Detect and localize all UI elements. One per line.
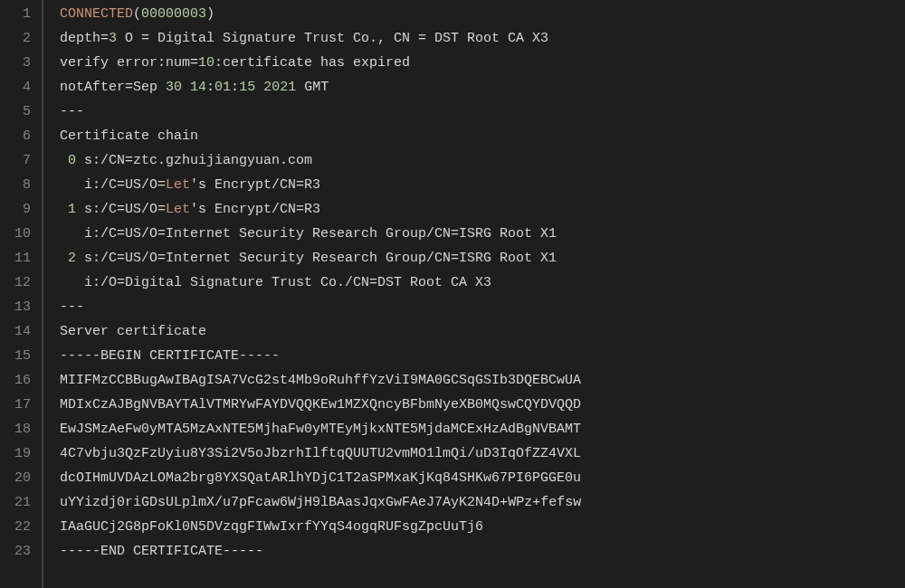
token: :certificate has expired	[214, 55, 410, 71]
line-number-gutter: 1234567891011121314151617181920212223	[0, 0, 42, 588]
token	[60, 251, 68, 266]
token	[255, 80, 263, 95]
token: notAfter=Sep	[60, 80, 166, 95]
token	[182, 80, 190, 95]
token: i:/O=Digital Signature Trust Co./CN=DST …	[60, 275, 491, 290]
token: 's Encrypt/CN=R3	[190, 177, 320, 193]
token: -----END CERTIFICATE-----	[60, 544, 263, 559]
code-line[interactable]: CONNECTED(00000003)	[60, 2, 581, 26]
token: MDIxCzAJBgNVBAYTAlVTMRYwFAYDVQQKEw1MZXQn…	[60, 397, 581, 413]
line-number: 13	[0, 295, 31, 319]
token: fefsw	[540, 495, 581, 510]
code-editor: 1234567891011121314151617181920212223 CO…	[0, 0, 905, 588]
token: /	[467, 446, 475, 461]
token: +	[500, 495, 508, 510]
token: 00000003	[141, 6, 206, 22]
code-line[interactable]: 0 s:/CN=ztc.gzhuijiangyuan.com	[60, 148, 581, 173]
token: +	[532, 495, 540, 510]
token	[60, 202, 68, 217]
code-line[interactable]: Server certificate	[60, 319, 581, 344]
code-line[interactable]: verify error:num=10:certificate has expi…	[60, 51, 581, 75]
gutter-divider	[42, 0, 43, 588]
token: Let	[166, 177, 190, 193]
line-number: 4	[0, 75, 31, 100]
token: GMT	[296, 80, 329, 95]
token: 30	[166, 80, 182, 95]
token: uYYizdj0riGDsULplmX	[60, 495, 214, 510]
token: 2021	[263, 80, 296, 95]
code-line[interactable]: 1 s:/C=US/O=Let's Encrypt/CN=R3	[60, 197, 581, 222]
line-number: 19	[0, 441, 31, 466]
line-number: 2	[0, 26, 31, 51]
token: i:/C=US/O=Internet Security Research Gro…	[60, 226, 557, 242]
code-line[interactable]: 4C7vbju3QzFzUyiu8Y3Si2V5oJbzrhIlftqQUUTU…	[60, 441, 581, 466]
code-line[interactable]: depth=3 O = Digital Signature Trust Co.,…	[60, 26, 581, 51]
line-number: 7	[0, 148, 31, 173]
line-number: 8	[0, 173, 31, 197]
code-line[interactable]: IAaGUCj2G8pFoKl0N5DVzqgFIWwIxrfYYqS4ogqR…	[60, 515, 581, 539]
token: O = Digital Signature Trust Co., CN = DS…	[117, 31, 548, 46]
code-line[interactable]: MIIFMzCCBBugAwIBAgISA7VcG2st4Mb9oRuhffYz…	[60, 368, 581, 393]
line-number: 3	[0, 51, 31, 75]
line-number: 14	[0, 319, 31, 344]
code-line[interactable]: dcOIHmUVDAzLOMa2brg8YXSQatARlhYDjC1T2aSP…	[60, 466, 581, 490]
code-line[interactable]: i:/C=US/O=Internet Security Research Gro…	[60, 222, 581, 246]
line-number: 5	[0, 100, 31, 124]
token: Certificate chain	[60, 128, 198, 144]
code-line[interactable]: notAfter=Sep 30 14:01:15 2021 GMT	[60, 75, 581, 100]
code-line[interactable]: EwJSMzAeFw0yMTA5MzAxNTE5MjhaFw0yMTEyMjkx…	[60, 417, 581, 441]
code-line[interactable]: -----BEGIN CERTIFICATE-----	[60, 344, 581, 368]
token: Let	[166, 202, 190, 217]
code-line[interactable]: i:/O=Digital Signature Trust Co./CN=DST …	[60, 270, 581, 295]
token: -----BEGIN CERTIFICATE-----	[60, 348, 280, 364]
code-line[interactable]: ---	[60, 100, 581, 124]
token: ---	[60, 104, 84, 119]
token: WPz	[508, 495, 532, 510]
code-line[interactable]: MDIxCzAJBgNVBAYTAlVTMRYwFAYDVQQKEw1MZXQn…	[60, 393, 581, 417]
token: 0	[68, 153, 76, 168]
code-line[interactable]: ---	[60, 295, 581, 319]
token: IAaGUCj2G8pFoKl0N5DVzqgFIWwIxrfYYqS4ogqR…	[60, 519, 483, 535]
token: )	[206, 6, 214, 22]
token: s:/CN=ztc.gzhuijiangyuan.com	[76, 153, 312, 168]
line-number: 12	[0, 270, 31, 295]
token: s:/C=US/O=	[76, 202, 166, 217]
line-number: 9	[0, 197, 31, 222]
line-number: 15	[0, 344, 31, 368]
token: :	[206, 80, 214, 95]
code-line[interactable]: uYYizdj0riGDsULplmX/u7pFcaw6WjH9lBAasJqx…	[60, 490, 581, 515]
token: (	[133, 6, 141, 22]
token: EwJSMzAeFw0yMTA5MzAxNTE5MjhaFw0yMTEyMjkx…	[60, 422, 581, 437]
code-line[interactable]: Certificate chain	[60, 124, 581, 148]
token: 4C7vbju3QzFzUyiu8Y3Si2V5oJbzrhIlftqQUUTU…	[60, 446, 467, 461]
code-area[interactable]: CONNECTED(00000003)depth=3 O = Digital S…	[60, 0, 581, 588]
token: 14	[190, 80, 206, 95]
line-number: 20	[0, 466, 31, 490]
line-number: 22	[0, 515, 31, 539]
token: 's Encrypt/CN=R3	[190, 202, 320, 217]
code-line[interactable]: 2 s:/C=US/O=Internet Security Research G…	[60, 246, 581, 270]
token: 10	[198, 55, 214, 71]
line-number: 21	[0, 490, 31, 515]
line-number: 11	[0, 246, 31, 270]
token: dcOIHmUVDAzLOMa2brg8YXSQatARlhYDjC1T2aSP…	[60, 470, 581, 486]
line-number: 6	[0, 124, 31, 148]
token: MIIFMzCCBBugAwIBAgISA7VcG2st4Mb9oRuhffYz…	[60, 373, 581, 388]
line-number: 16	[0, 368, 31, 393]
token: depth=	[60, 31, 109, 46]
token: s:/C=US/O=Internet Security Research Gro…	[76, 251, 557, 266]
line-number: 10	[0, 222, 31, 246]
token: verify error:num=	[60, 55, 198, 71]
token: 3	[109, 31, 117, 46]
token: 01	[214, 80, 231, 95]
line-number: 23	[0, 539, 31, 564]
token: 15	[239, 80, 255, 95]
token	[60, 153, 68, 168]
token: /	[214, 495, 223, 510]
token: 2	[68, 251, 76, 266]
line-number: 18	[0, 417, 31, 441]
token: CONNECTED	[60, 6, 133, 22]
code-line[interactable]: i:/C=US/O=Let's Encrypt/CN=R3	[60, 173, 581, 197]
token: ---	[60, 299, 84, 315]
code-line[interactable]: -----END CERTIFICATE-----	[60, 539, 581, 564]
